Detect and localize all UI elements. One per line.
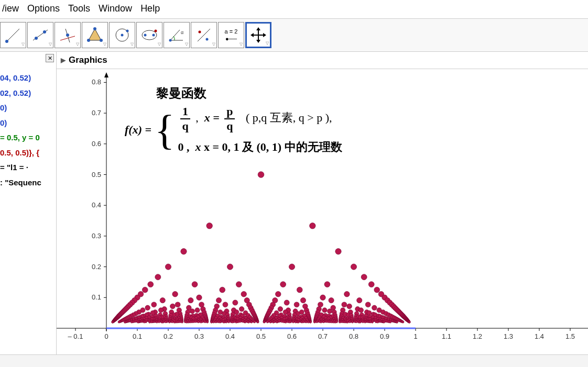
svg-point-23: [206, 38, 209, 41]
svg-point-122: [329, 298, 334, 303]
svg-point-136: [294, 302, 299, 307]
ellipse-tool[interactable]: ▽: [136, 22, 162, 48]
algebra-item[interactable]: 0.5, 0.5)}, {: [0, 146, 56, 161]
svg-point-148: [145, 305, 150, 310]
angle-tool[interactable]: α▽: [164, 22, 190, 48]
svg-point-853: [359, 321, 361, 323]
svg-point-818: [276, 321, 278, 323]
graphics-canvas[interactable]: – 0.100.10.20.30.40.50.60.70.80.911.11.2…: [57, 69, 588, 366]
svg-point-823: [313, 321, 315, 323]
svg-point-98: [280, 282, 286, 287]
svg-point-832: [383, 321, 385, 323]
perpendicular-tool[interactable]: ▽: [55, 22, 81, 48]
circle-tool[interactable]: ▽: [109, 22, 135, 48]
svg-point-811: [225, 321, 227, 323]
algebra-item[interactable]: 0): [0, 116, 56, 131]
graphics-header[interactable]: ▶ Graphics: [57, 52, 588, 69]
svg-point-174: [322, 308, 327, 313]
algebra-item[interactable]: 0): [0, 101, 56, 116]
svg-point-805: [181, 321, 183, 323]
menu-tools[interactable]: Tools: [66, 2, 92, 15]
move-tool[interactable]: ▽: [0, 22, 26, 48]
move-icon: [4, 26, 23, 45]
svg-point-798: [130, 321, 133, 323]
algebra-items: 04, 0.52) 02, 0.52) 0) 0) = 0.5, y = 0 0…: [0, 52, 56, 190]
algebra-item[interactable]: : "Sequenc: [0, 175, 56, 191]
svg-point-849: [297, 321, 299, 323]
algebra-item[interactable]: = 0.5, y = 0: [0, 130, 56, 146]
svg-point-10: [87, 39, 90, 42]
svg-point-176: [358, 308, 363, 313]
svg-point-109: [344, 291, 350, 297]
slider-tool[interactable]: a = 2 ●── ▽: [218, 22, 244, 48]
svg-point-801: [156, 321, 158, 323]
svg-point-121: [300, 298, 306, 303]
menu-help[interactable]: Help: [138, 2, 162, 15]
svg-point-840: [161, 321, 163, 323]
svg-point-799: [137, 321, 139, 323]
svg-point-16: [144, 34, 147, 37]
svg-point-764: [315, 320, 318, 322]
move-graphics-tool[interactable]: ▽: [245, 22, 271, 48]
svg-point-810: [219, 321, 221, 323]
svg-point-100: [368, 282, 374, 287]
status-bar: [0, 354, 588, 367]
polygon-tool[interactable]: ▽: [82, 22, 108, 48]
svg-point-765: [322, 320, 324, 322]
svg-point-86: [310, 223, 316, 229]
menu-window[interactable]: Window: [96, 2, 134, 15]
svg-point-17: [153, 34, 155, 37]
svg-point-165: [158, 308, 163, 313]
svg-point-103: [297, 287, 302, 293]
svg-point-855: [396, 321, 398, 323]
svg-point-820: [295, 321, 297, 323]
svg-point-20: [169, 39, 172, 42]
svg-point-830: [364, 321, 366, 323]
svg-text:0.7: 0.7: [318, 332, 328, 340]
workspace: ✕ 04, 0.52) 02, 0.52) 0) 0) = 0.5, y = 0…: [0, 52, 588, 366]
svg-point-102: [220, 287, 225, 293]
svg-point-833: [389, 321, 391, 323]
svg-point-131: [175, 302, 180, 307]
svg-point-94: [361, 274, 367, 280]
svg-point-831: [377, 321, 379, 323]
svg-point-95: [148, 282, 154, 287]
polygon-icon: [85, 26, 104, 45]
line-tool[interactable]: ▽: [27, 22, 53, 48]
svg-text:1.3: 1.3: [504, 332, 513, 340]
expand-triangle-icon: ▶: [61, 57, 66, 64]
close-panel-button[interactable]: ✕: [46, 54, 54, 62]
reflect-tool[interactable]: ▽: [191, 22, 217, 48]
svg-point-18: [155, 30, 157, 32]
svg-point-821: [301, 321, 303, 323]
svg-point-845: [235, 321, 237, 323]
reflect-icon: [194, 26, 213, 45]
svg-point-812: [232, 321, 234, 323]
svg-point-850: [309, 321, 311, 323]
menu-view[interactable]: /iew: [0, 2, 21, 15]
svg-point-809: [213, 321, 215, 323]
svg-point-843: [211, 321, 213, 323]
svg-text:0.3: 0.3: [194, 332, 204, 340]
svg-text:0.6: 0.6: [92, 140, 101, 148]
svg-point-106: [172, 291, 178, 297]
svg-point-742: [171, 320, 173, 322]
svg-point-158: [239, 307, 244, 312]
algebra-item[interactable]: 04, 0.52): [0, 71, 56, 86]
svg-text:0.3: 0.3: [92, 232, 101, 240]
svg-point-92: [351, 264, 356, 270]
algebra-item[interactable]: 02, 0.52): [0, 86, 56, 101]
graphics-title: Graphics: [69, 55, 107, 65]
svg-point-118: [216, 298, 221, 303]
svg-point-88: [335, 249, 341, 254]
svg-point-807: [200, 321, 202, 323]
toolbar: ▽ ▽ ▽ ▽ ▽ ▽ α▽ ▽ a = 2 ●── ▽ ▽: [0, 19, 588, 52]
perpendicular-icon: [58, 26, 77, 45]
algebra-item[interactable]: = "l1 = ·: [0, 160, 56, 175]
svg-point-113: [320, 295, 325, 300]
menu-options[interactable]: Options: [25, 2, 62, 15]
line-icon: [31, 26, 50, 45]
svg-point-159: [278, 307, 282, 312]
svg-point-746: [198, 320, 200, 322]
svg-point-127: [284, 300, 289, 305]
